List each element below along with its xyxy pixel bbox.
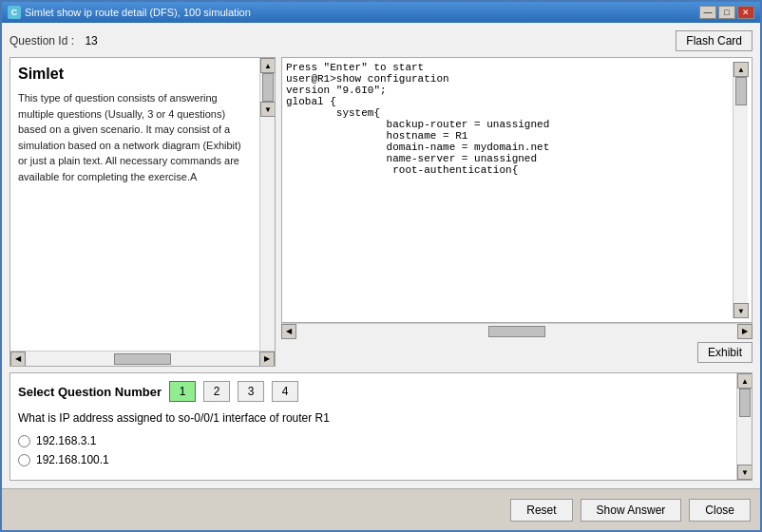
- question-num-3-button[interactable]: 3: [238, 381, 264, 402]
- terminal-horizontal-scrollbar: ◀ ▶: [281, 323, 752, 338]
- terminal-scroll-thumb[interactable]: [735, 77, 747, 105]
- select-question-label: Select Question Number: [18, 385, 162, 399]
- exhibit-row: Exhibit: [281, 338, 752, 367]
- select-question-row: Select Question Number 1 2 3 4: [18, 381, 744, 402]
- terminal-scroll-right[interactable]: ▶: [737, 324, 752, 339]
- question-id-section: Question Id : 13: [10, 34, 98, 48]
- bottom-scroll-track: [737, 389, 752, 465]
- title-bar: C Simlet show ip route detail (DFS), 100…: [2, 2, 760, 23]
- terminal-text: Press "Enter" to start user@R1>show conf…: [286, 62, 733, 318]
- option-1-label: 192.168.3.1: [36, 434, 96, 447]
- scroll-track: [260, 73, 275, 102]
- bottom-scroll-down[interactable]: ▼: [737, 465, 752, 480]
- maximize-button[interactable]: □: [718, 6, 735, 19]
- question-id-label: Question Id :: [10, 34, 74, 48]
- title-bar-controls: — □ ✕: [699, 6, 754, 19]
- terminal-scroll-down[interactable]: ▼: [733, 303, 749, 318]
- option-2: 192.168.100.1: [18, 453, 744, 466]
- bottom-scroll-thumb[interactable]: [739, 389, 751, 417]
- left-panel-scrollbar: ▲ ▼: [259, 58, 275, 351]
- title-bar-text: Simlet show ip route detail (DFS), 100 s…: [25, 7, 251, 18]
- terminal-scroll-left[interactable]: ◀: [281, 324, 296, 339]
- left-panel-content: Simlet This type of question consists of…: [10, 58, 259, 351]
- left-panel-title: Simlet: [18, 66, 252, 83]
- left-panel: Simlet This type of question consists of…: [10, 57, 276, 367]
- title-bar-left: C Simlet show ip route detail (DFS), 100…: [8, 6, 251, 19]
- footer: Reset Show Answer Close: [2, 488, 760, 530]
- bottom-panel: Select Question Number 1 2 3 4 What is I…: [10, 372, 752, 481]
- terminal-h-track: [296, 326, 737, 337]
- split-panel: Simlet This type of question consists of…: [10, 57, 752, 367]
- flash-card-button[interactable]: Flash Card: [676, 30, 752, 51]
- bottom-scroll-up[interactable]: ▲: [737, 373, 752, 389]
- scroll-right-button[interactable]: ▶: [259, 352, 275, 367]
- show-answer-button[interactable]: Show Answer: [581, 499, 682, 522]
- scroll-h-track: [26, 353, 259, 365]
- scroll-thumb[interactable]: [262, 73, 274, 102]
- option-2-label: 192.168.100.1: [36, 453, 109, 466]
- question-num-4-button[interactable]: 4: [272, 381, 298, 402]
- terminal-scroll-up[interactable]: ▲: [733, 62, 749, 77]
- scroll-down-button[interactable]: ▼: [260, 102, 275, 117]
- scroll-up-button[interactable]: ▲: [260, 58, 275, 73]
- exhibit-button[interactable]: Exhibit: [697, 342, 752, 363]
- scroll-left-button[interactable]: ◀: [10, 352, 26, 367]
- left-panel-inner: Simlet This type of question consists of…: [10, 58, 275, 351]
- main-content: Question Id : 13 Flash Card Simlet This …: [2, 23, 760, 488]
- close-button[interactable]: Close: [689, 499, 751, 522]
- left-panel-body: This type of question consists of answer…: [18, 90, 252, 184]
- header-row: Question Id : 13 Flash Card: [10, 30, 752, 51]
- terminal-area: Press "Enter" to start user@R1>show conf…: [281, 57, 752, 323]
- window-close-button[interactable]: ✕: [737, 6, 754, 19]
- app-icon: C: [8, 6, 21, 19]
- left-horizontal-scrollbar: ◀ ▶: [10, 351, 275, 366]
- terminal-scrollbar: ▲ ▼: [733, 62, 748, 318]
- terminal-scroll-track: [733, 77, 748, 303]
- question-num-1-button[interactable]: 1: [169, 381, 196, 402]
- option-2-radio[interactable]: [18, 454, 30, 466]
- option-1-radio[interactable]: [18, 435, 30, 447]
- reset-button[interactable]: Reset: [510, 499, 572, 522]
- scroll-h-thumb[interactable]: [114, 353, 171, 365]
- question-id-value: 13: [85, 34, 97, 48]
- option-1: 192.168.3.1: [18, 434, 744, 447]
- main-window: C Simlet show ip route detail (DFS), 100…: [0, 0, 762, 532]
- bottom-panel-inner: Select Question Number 1 2 3 4 What is I…: [10, 373, 752, 480]
- terminal-h-thumb[interactable]: [488, 326, 545, 337]
- question-num-2-button[interactable]: 2: [203, 381, 230, 402]
- minimize-button[interactable]: —: [699, 6, 716, 19]
- bottom-panel-scrollbar: ▲ ▼: [736, 373, 752, 480]
- question-text: What is IP address assigned to so-0/0/1 …: [18, 411, 744, 425]
- right-panel: Press "Enter" to start user@R1>show conf…: [281, 57, 752, 367]
